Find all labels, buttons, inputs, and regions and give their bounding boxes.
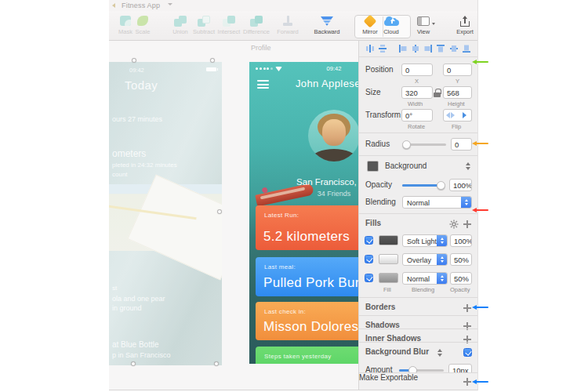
gear-icon[interactable] [449,220,459,229]
divider [359,213,477,214]
selection-handle[interactable] [214,361,219,366]
background-blur-checkbox[interactable] [463,348,472,357]
artboard-label-profile[interactable]: Profile [251,44,271,52]
scale-button[interactable]: Scale [127,14,158,35]
align-right-icon[interactable] [423,44,433,53]
fill-blend-dropdown[interactable]: Soft Light [402,234,448,247]
artboard-today[interactable]: 09:42 Today ours 27 minutes ometers plet… [109,62,222,365]
radius-slider-knob[interactable] [402,140,411,149]
fill-opacity-input[interactable]: 50% [450,272,472,285]
title-caret-icon[interactable] [168,3,172,5]
backward-icon [321,16,333,26]
selection-handle[interactable] [210,58,215,63]
make-exportable-row[interactable]: Make Exportable [359,372,477,390]
fill-row: Normal 50% [359,272,477,285]
radius-row: Radius 0 [359,138,477,151]
background-stepper-icon[interactable] [463,162,473,171]
window-proxy-icon [112,3,115,8]
opacity-slider[interactable] [402,184,445,187]
subtract-icon [198,16,210,27]
distribute-vertically-icon[interactable] [378,44,387,53]
align-left-icon[interactable] [398,44,408,53]
fill-color-swatch[interactable] [379,254,398,264]
selection-handle[interactable] [217,209,222,214]
transform-row: Transform 0° Rotate Flip [359,109,477,122]
fill-enabled-checkbox[interactable] [365,274,373,282]
intersect-icon [223,16,235,27]
backward-button[interactable]: Backward [311,14,343,35]
flip-horizontal-button[interactable] [443,109,458,122]
fills-header: Fills [359,218,477,230]
document-title: Fitness App [122,2,160,9]
opacity-row: Opacity 100% [359,179,477,191]
blur-type-stepper-icon[interactable] [434,348,445,358]
borders-section: Borders [359,302,477,314]
align-top-icon[interactable] [436,44,445,53]
intersect-button[interactable]: Intersect [213,14,245,35]
fill-row: Soft Light 100% [359,234,477,247]
flip-vertical-button[interactable] [457,109,472,122]
annotation-arrow-make-exportable [472,381,488,383]
fill-enabled-checkbox[interactable] [365,255,373,263]
toolbar: Mask Scale Union Subtract Intersect Diff… [109,11,477,41]
fill-blend-dropdown[interactable]: Normal [402,272,448,285]
position-x-input[interactable]: 0 [401,64,433,76]
background-row[interactable]: Background [359,160,477,172]
distribute-horizontally-icon[interactable] [365,44,375,53]
mirror-icon [364,14,377,27]
blending-row: Blending Normal [359,196,477,209]
align-center-horizontal-icon[interactable] [411,44,420,53]
export-button[interactable]: Export [449,14,478,35]
view-caret-icon [432,23,435,25]
fill-opacity-input[interactable]: 50% [450,253,472,266]
size-height-input[interactable]: 568 [443,86,472,99]
opacity-slider-knob[interactable] [437,181,445,190]
cloud-button[interactable]: Cloud [376,14,407,35]
fill-blend-dropdown[interactable]: Overlay [402,253,448,266]
forward-button[interactable]: Forward [272,14,303,35]
add-export-icon[interactable] [463,378,471,386]
add-fill-icon[interactable] [463,220,471,228]
fill-column-labels: Fill Blending Opacity [359,286,477,294]
alignment-toolbar [359,41,477,57]
amount-slider[interactable] [399,369,444,372]
divider [359,315,477,316]
faded-overlay [109,62,222,365]
difference-button[interactable]: Difference [241,14,272,35]
divider [359,132,477,133]
size-width-input[interactable]: 320 [401,86,433,99]
union-icon [174,16,187,27]
divider [359,297,477,298]
background-blur-row: Background Blur [359,347,477,359]
fill-color-swatch[interactable] [379,235,398,245]
radius-input[interactable]: 0 [451,138,472,151]
lock-icon[interactable] [434,89,441,97]
dropdown-stepper-icon [437,254,447,265]
inner-shadows-section: Inner Shadows [359,333,477,346]
blending-dropdown[interactable]: Normal [402,196,472,209]
opacity-input[interactable]: 100% [449,179,472,191]
selection-handle[interactable] [131,361,136,366]
cloud-icon [384,16,399,26]
dropdown-stepper-icon [461,197,471,208]
selection-handle[interactable] [132,58,136,63]
titlebar[interactable]: Fitness App [109,0,477,11]
position-y-input[interactable]: 0 [443,64,472,76]
avatar [308,110,360,162]
annotation-arrow-background [472,143,488,145]
align-bottom-icon[interactable] [462,44,471,53]
export-icon [459,16,470,27]
fill-opacity-input[interactable]: 100% [450,234,472,247]
screenshot-stage: Fitness App Mask Scale Union Subtract [0,0,588,392]
add-border-icon[interactable] [463,304,471,312]
fill-color-swatch[interactable] [379,273,398,283]
divider [359,155,477,156]
view-icon [417,16,430,26]
align-middle-vertical-icon[interactable] [449,44,459,53]
background-color-swatch[interactable] [367,161,379,172]
view-button[interactable]: View [408,14,439,35]
rotate-input[interactable]: 0° [401,109,433,122]
radius-slider[interactable] [404,143,446,146]
annotation-arrow-background-blur [472,307,488,309]
fill-enabled-checkbox[interactable] [365,236,373,245]
